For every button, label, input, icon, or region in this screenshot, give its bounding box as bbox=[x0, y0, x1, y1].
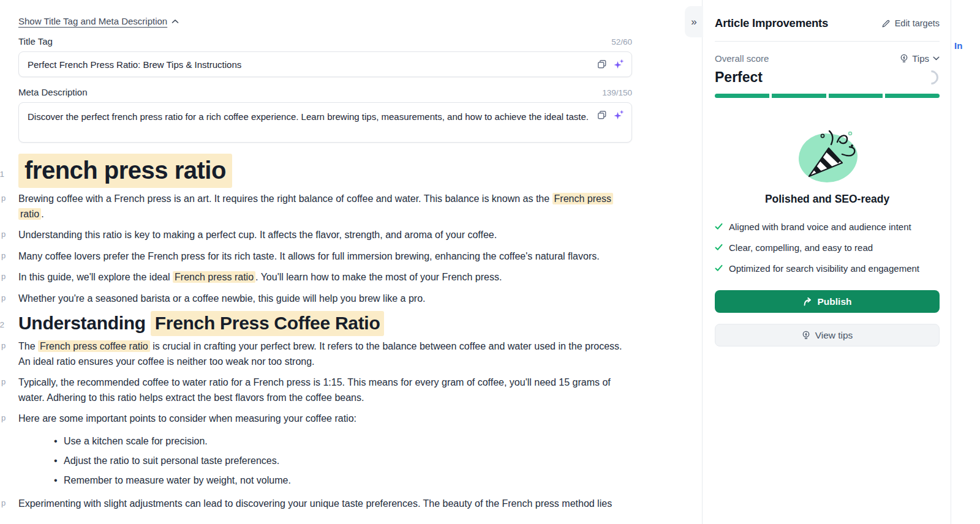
panel-header: Article Improvements Edit targets bbox=[715, 17, 940, 30]
doc-block-p: pExperimenting with slight adjustments c… bbox=[18, 496, 632, 512]
doc-block-h1: h1french press ratio bbox=[18, 157, 632, 183]
doc-text[interactable]: Here are some important points to consid… bbox=[18, 411, 632, 427]
improvement-item: Optimized for search visibility and enga… bbox=[715, 261, 940, 275]
meta-description-actions bbox=[597, 110, 624, 120]
gutter-tag: h1 bbox=[0, 170, 4, 179]
toggle-title-meta-label: Show Title Tag and Meta Description bbox=[18, 16, 167, 26]
title-tag-counter: 52/60 bbox=[611, 37, 632, 47]
lightbulb-icon bbox=[900, 54, 908, 63]
doc-block-h2: h2Understanding French Press Coffee Rati… bbox=[18, 312, 632, 334]
title-tag-value: Perfect French Press Ratio: Brew Tips & … bbox=[28, 59, 241, 70]
publish-button[interactable]: Publish bbox=[715, 290, 940, 313]
doc-text[interactable]: Understanding French Press Coffee Ratio bbox=[18, 312, 632, 334]
text-segment: Whether you're a seasoned barista or a c… bbox=[18, 293, 425, 304]
text-segment: Experimenting with slight adjustments ca… bbox=[18, 498, 612, 509]
bullet-item[interactable]: Adjust the ratio to suit personal taste … bbox=[54, 454, 632, 469]
panel-divider bbox=[715, 41, 940, 42]
score-line: Perfect bbox=[715, 69, 940, 86]
edit-targets-button[interactable]: Edit targets bbox=[881, 18, 940, 28]
score-value: Perfect bbox=[715, 69, 763, 86]
gutter-tag: p bbox=[1, 293, 6, 302]
doc-text[interactable]: Typically, the recommended coffee to wat… bbox=[18, 375, 632, 405]
overall-score-label: Overall score bbox=[715, 53, 769, 64]
doc-block-p: pMany coffee lovers prefer the French pr… bbox=[18, 249, 632, 264]
text-segment: In this guide, we'll explore the ideal bbox=[18, 272, 173, 282]
doc-text[interactable]: Understanding this ratio is key to makin… bbox=[18, 228, 632, 243]
gutter-tag: h2 bbox=[0, 320, 4, 329]
ai-sparkles-icon[interactable] bbox=[614, 59, 624, 69]
meta-description-input[interactable]: Discover the perfect french press ratio … bbox=[18, 102, 632, 143]
copy-icon[interactable] bbox=[597, 59, 607, 69]
copy-icon[interactable] bbox=[597, 110, 607, 120]
text-segment: Many coffee lovers prefer the French pre… bbox=[18, 251, 600, 261]
meta-description-counter: 139/150 bbox=[602, 88, 632, 97]
doc-text[interactable]: In this guide, we'll explore the ideal F… bbox=[18, 270, 632, 285]
ai-sparkles-icon[interactable] bbox=[614, 110, 624, 120]
keyword-highlight: French press ratio bbox=[173, 271, 255, 283]
doc-block-p: pIn this guide, we'll explore the ideal … bbox=[18, 270, 632, 285]
doc-block-p: pHere are some important points to consi… bbox=[18, 411, 632, 427]
title-tag-header: Title Tag 52/60 bbox=[18, 36, 632, 47]
gutter-tag: p bbox=[1, 498, 6, 507]
improvement-item-label: Optimized for search visibility and enga… bbox=[729, 261, 919, 275]
doc-block-p: pThe French press coffee ratio is crucia… bbox=[18, 339, 632, 369]
toggle-title-meta-link[interactable]: Show Title Tag and Meta Description bbox=[18, 16, 179, 26]
doc-text[interactable]: french press ratio bbox=[18, 157, 632, 183]
improvement-item: Aligned with brand voice and audience in… bbox=[715, 220, 940, 234]
chevron-down-icon bbox=[933, 56, 940, 61]
tips-label: Tips bbox=[912, 53, 929, 64]
doc-block-ul: Use a kitchen scale for precision.Adjust… bbox=[18, 434, 632, 488]
doc-text[interactable]: Many coffee lovers prefer the French pre… bbox=[18, 249, 632, 264]
article-improvements-panel: Article Improvements Edit targets Overal… bbox=[703, 0, 951, 524]
keyword-highlight: French press coffee ratio bbox=[38, 340, 150, 352]
bullet-list[interactable]: Use a kitchen scale for precision.Adjust… bbox=[54, 434, 632, 488]
text-segment: . bbox=[41, 209, 43, 219]
collapse-panel-button[interactable]: » bbox=[685, 6, 703, 37]
score-progress-bar bbox=[715, 94, 940, 98]
check-icon bbox=[715, 264, 723, 272]
check-icon bbox=[715, 244, 723, 251]
panel-title: Article Improvements bbox=[715, 17, 828, 30]
edit-targets-label: Edit targets bbox=[895, 18, 940, 28]
improvement-item: Clear, compelling, and easy to read bbox=[715, 241, 940, 255]
score-progress-segment bbox=[885, 94, 940, 98]
gutter-tag: p bbox=[1, 193, 6, 203]
check-icon bbox=[715, 223, 723, 230]
text-segment: Understanding this ratio is key to makin… bbox=[18, 230, 497, 240]
chevron-double-right-icon: » bbox=[691, 16, 696, 28]
publish-label: Publish bbox=[818, 296, 852, 307]
bullet-item[interactable]: Use a kitchen scale for precision. bbox=[54, 434, 632, 449]
doc-text[interactable]: The French press coffee ratio is crucial… bbox=[18, 339, 632, 369]
doc-text[interactable]: Brewing coffee with a French press is an… bbox=[18, 192, 632, 222]
view-tips-label: View tips bbox=[815, 330, 853, 341]
score-headline: Polished and SEO-ready bbox=[715, 193, 940, 206]
score-progress-segment bbox=[829, 94, 883, 98]
app-window: Show Title Tag and Meta Description Titl… bbox=[0, 0, 980, 524]
doc-text[interactable]: Whether you're a seasoned barista or a c… bbox=[18, 291, 632, 307]
gutter-tag: p bbox=[1, 251, 6, 260]
loading-spinner-icon bbox=[921, 67, 941, 88]
overall-score-row: Overall score Tips bbox=[715, 53, 940, 64]
document-body[interactable]: h1french press ratiopBrewing coffee with… bbox=[18, 157, 632, 512]
text-segment: . You'll learn how to make the most of y… bbox=[255, 272, 502, 282]
tips-dropdown[interactable]: Tips bbox=[900, 53, 940, 64]
text-segment: Here are some important points to consid… bbox=[18, 413, 356, 424]
title-tag-input[interactable]: Perfect French Press Ratio: Brew Tips & … bbox=[18, 51, 632, 77]
meta-description-header: Meta Description 139/150 bbox=[18, 87, 632, 97]
text-segment: The bbox=[18, 341, 38, 351]
gutter-tag: p bbox=[1, 230, 6, 239]
title-tag-actions bbox=[597, 59, 624, 69]
gutter-tag: p bbox=[1, 413, 6, 422]
party-popper-icon bbox=[791, 125, 864, 184]
view-tips-button[interactable]: View tips bbox=[715, 324, 940, 346]
meta-description-label: Meta Description bbox=[18, 87, 88, 97]
text-segment: Brewing coffee with a French press is an… bbox=[18, 193, 552, 204]
doc-text[interactable]: Experimenting with slight adjustments ca… bbox=[18, 496, 632, 512]
improvement-item-label: Clear, compelling, and easy to read bbox=[729, 241, 873, 255]
doc-block-p: pTypically, the recommended coffee to wa… bbox=[18, 375, 632, 405]
bullet-item[interactable]: Remember to measure water by weight, not… bbox=[54, 473, 632, 488]
clipped-text-right: In bbox=[954, 40, 962, 51]
chevron-up-icon bbox=[172, 19, 179, 24]
celebration-illustration bbox=[715, 125, 940, 184]
gutter-tag: p bbox=[1, 272, 6, 281]
